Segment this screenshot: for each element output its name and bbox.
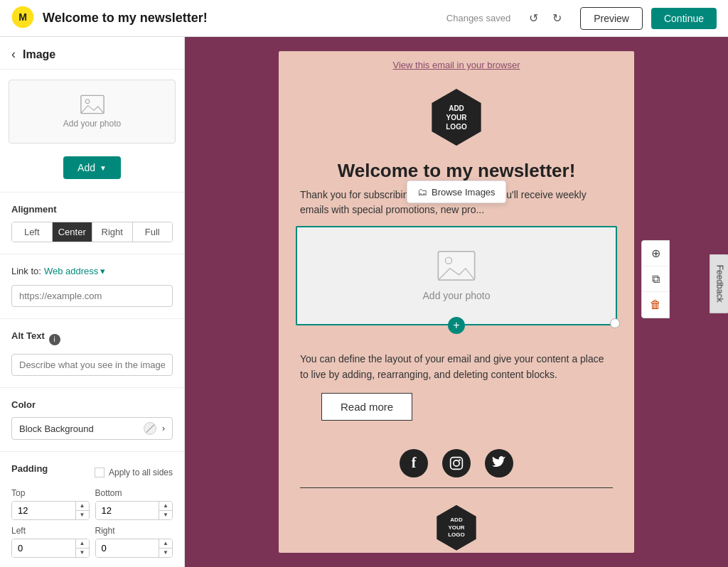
align-center-button[interactable]: Center — [53, 222, 93, 242]
alignment-group: Left Center Right Full — [11, 222, 173, 242]
svg-point-7 — [454, 460, 459, 466]
padding-right-spinners: ▲ ▼ — [159, 539, 172, 557]
browse-images-folder-icon: 🗂 — [417, 186, 427, 198]
padding-left-up[interactable]: ▲ — [76, 539, 89, 549]
resize-handle[interactable] — [610, 318, 620, 328]
feedback-tab[interactable]: Feedback — [710, 254, 728, 313]
padding-top-spinners: ▲ ▼ — [75, 502, 89, 519]
panel-header: ‹ Image — [0, 37, 184, 70]
padding-left-down[interactable]: ▼ — [76, 549, 89, 557]
padding-right-field: Right ▲ ▼ — [95, 526, 173, 558]
email-container: View this email in your browser ADDYOURL… — [279, 51, 634, 553]
view-in-browser-link[interactable]: View this email in your browser — [279, 51, 634, 79]
preview-button[interactable]: Preview — [580, 7, 643, 30]
link-row: Link to: Web address ▾ — [11, 266, 173, 276]
padding-top-input[interactable] — [12, 502, 75, 519]
padding-grid: Top ▲ ▼ Bottom ▲ ▼ — [11, 488, 173, 558]
divider-1 — [0, 192, 184, 193]
move-icon: ⊕ — [651, 247, 660, 260]
color-value-label: Block Background — [19, 423, 94, 434]
color-label: Color — [11, 399, 173, 410]
padding-bottom-field: Bottom ▲ ▼ — [95, 488, 173, 520]
alt-text-label: Alt Text — [11, 330, 45, 341]
undo-button[interactable]: ↺ — [525, 9, 542, 28]
padding-left-input[interactable] — [12, 539, 75, 557]
apply-all-label: Apply to all sides — [109, 468, 173, 477]
divider-5 — [0, 451, 184, 452]
apply-all-row: Apply to all sides — [95, 468, 173, 477]
back-button[interactable]: ‹ — [11, 47, 16, 62]
padding-left-spinners: ▲ ▼ — [75, 539, 89, 557]
padding-right-input[interactable] — [96, 539, 159, 557]
align-left-button[interactable]: Left — [12, 222, 53, 242]
padding-top-label: Top — [11, 488, 90, 498]
move-tool-button[interactable]: ⊕ — [642, 241, 669, 266]
image-block-selected[interactable]: Add your photo — [296, 226, 617, 325]
browse-images-label: Browse Images — [432, 187, 496, 198]
svg-rect-6 — [451, 457, 463, 469]
divider-3 — [0, 318, 184, 319]
alignment-label: Alignment — [11, 204, 173, 215]
read-more-button[interactable]: Read more — [321, 393, 412, 421]
twitter-icon[interactable] — [485, 449, 513, 477]
alignment-section: Alignment Left Center Right Full — [0, 195, 184, 251]
color-row[interactable]: Block Background › — [11, 417, 173, 440]
email-logo-area: ADDYOURLOGO — [279, 79, 634, 153]
footer-logo-hexagon[interactable]: ADDYOURLOGO — [434, 505, 479, 551]
saved-status: Changes saved — [446, 13, 510, 23]
divider-4 — [0, 387, 184, 388]
padding-bottom-input-wrap: ▲ ▼ — [95, 501, 173, 520]
redo-button[interactable]: ↻ — [548, 9, 566, 28]
logo-hexagon[interactable]: ADDYOURLOGO — [428, 89, 485, 146]
alt-text-info-icon[interactable]: i — [49, 334, 60, 345]
color-section: Color Block Background › — [0, 391, 184, 448]
svg-text:M: M — [18, 11, 27, 23]
apply-all-checkbox[interactable] — [95, 468, 105, 477]
social-icons-row: f — [279, 442, 634, 487]
link-label: Link to: — [11, 266, 41, 276]
delete-icon: 🗑 — [650, 298, 661, 311]
delete-tool-button[interactable]: 🗑 — [642, 292, 669, 318]
copy-icon: ⧉ — [652, 273, 660, 286]
padding-bottom-input[interactable] — [96, 502, 159, 519]
padding-bottom-label: Bottom — [95, 488, 173, 498]
image-block[interactable]: Add your photo + ⊕ ⧉ 🗑 — [279, 226, 634, 325]
link-input[interactable] — [11, 285, 173, 307]
alt-text-label-row: Alt Text i — [11, 330, 173, 348]
padding-bottom-down[interactable]: ▼ — [159, 511, 172, 519]
no-color-slash — [146, 424, 154, 433]
continue-button[interactable]: Continue — [651, 8, 717, 29]
add-button[interactable]: Add ▼ — [63, 156, 121, 179]
duplicate-tool-button[interactable]: ⧉ — [642, 266, 669, 292]
add-photo-label: Add your photo — [63, 119, 121, 129]
padding-right-label: Right — [95, 526, 173, 536]
page-title: Welcome to my newsletter! — [43, 11, 438, 26]
align-full-button[interactable]: Full — [133, 222, 173, 242]
add-block-button[interactable]: + — [448, 317, 465, 334]
email-divider — [300, 487, 613, 488]
svg-rect-2 — [80, 95, 103, 113]
padding-top-up[interactable]: ▲ — [76, 502, 89, 511]
color-dropdown-icon: › — [162, 423, 165, 433]
alt-text-input[interactable] — [11, 354, 173, 376]
padding-right-down[interactable]: ▼ — [159, 549, 172, 557]
padding-section: Padding Apply to all sides Top ▲ ▼ — [0, 455, 184, 566]
link-dropdown-icon: ▾ — [100, 266, 105, 276]
align-right-button[interactable]: Right — [92, 222, 133, 242]
padding-right-up[interactable]: ▲ — [159, 539, 172, 549]
padding-bottom-up[interactable]: ▲ — [159, 502, 172, 511]
add-btn-arrow-icon: ▼ — [100, 164, 107, 172]
instagram-icon[interactable] — [442, 449, 471, 477]
color-circle — [144, 422, 156, 435]
email-body-text: You can define the layout of your email … — [279, 337, 634, 393]
padding-top-down[interactable]: ▼ — [76, 511, 89, 519]
canvas-add-photo-label: Add your photo — [423, 290, 491, 301]
facebook-icon[interactable]: f — [400, 449, 428, 477]
link-value[interactable]: Web address ▾ — [44, 266, 105, 276]
mailchimp-logo: M — [11, 6, 34, 31]
left-panel: ‹ Image Add your photo Add ▼ Alignment L… — [0, 37, 185, 567]
padding-header-row: Padding Apply to all sides — [11, 463, 173, 481]
topbar-icons: ↺ ↻ — [525, 9, 566, 28]
alt-text-section: Alt Text i — [0, 322, 184, 384]
browse-images-popup[interactable]: 🗂 Browse Images — [407, 180, 506, 203]
